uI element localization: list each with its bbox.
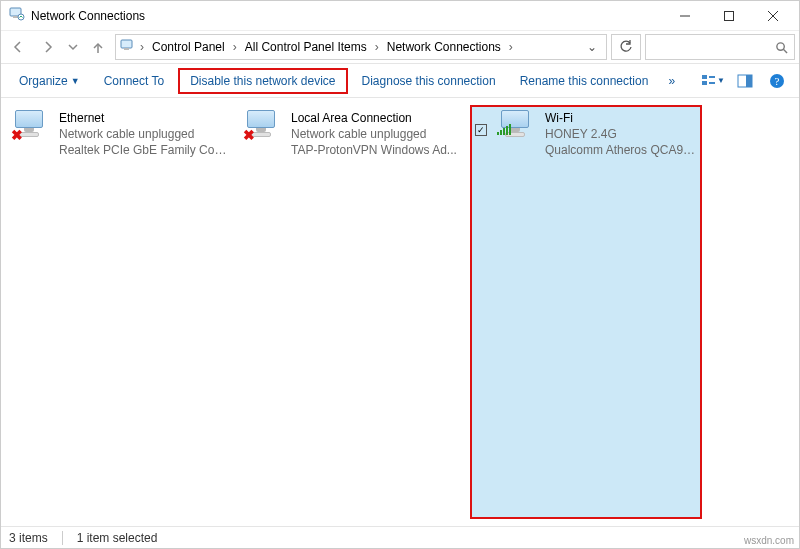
organize-button[interactable]: Organize ▼ — [9, 70, 90, 92]
breadcrumb-control-panel[interactable]: Control Panel — [148, 38, 229, 56]
help-button[interactable]: ? — [763, 70, 791, 92]
selection-checkbox[interactable]: ✓ — [475, 124, 487, 136]
connection-device: Realtek PCIe GbE Family Cont... — [59, 142, 233, 158]
connection-status: Network cable unplugged — [291, 126, 465, 142]
chevron-right-icon[interactable]: › — [231, 40, 239, 54]
location-icon — [120, 38, 136, 57]
refresh-button[interactable] — [611, 34, 641, 60]
rename-button[interactable]: Rename this connection — [510, 70, 659, 92]
status-bar: 3 items 1 item selected — [1, 526, 799, 548]
svg-rect-12 — [702, 75, 707, 79]
search-input[interactable] — [645, 34, 795, 60]
connection-name: Ethernet — [59, 110, 233, 126]
connection-name: Local Area Connection — [291, 110, 465, 126]
disconnected-icon: ✖ — [243, 126, 257, 140]
more-commands-button[interactable]: » — [662, 70, 681, 92]
svg-rect-1 — [13, 16, 18, 18]
network-adapter-icon — [499, 110, 535, 138]
recent-locations-button[interactable] — [65, 34, 81, 60]
chevron-down-icon: ▼ — [71, 76, 80, 86]
connection-status: HONEY 2.4G — [545, 126, 697, 142]
address-bar-row: › Control Panel › All Control Panel Item… — [1, 31, 799, 64]
diagnose-button[interactable]: Diagnose this connection — [352, 70, 506, 92]
connection-status: Network cable unplugged — [59, 126, 233, 142]
command-bar: Organize ▼ Connect To Disable this netwo… — [1, 64, 799, 98]
connection-item-wifi[interactable]: ✓ Wi-Fi HONEY 2.4G Qualcomm Atheros QCA9… — [471, 106, 701, 518]
close-button[interactable] — [751, 2, 795, 30]
svg-line-11 — [783, 49, 787, 53]
connection-device: Qualcomm Atheros QCA9377... — [545, 142, 697, 158]
chevron-right-icon[interactable]: › — [138, 40, 146, 54]
connections-list: ✖ Ethernet Network cable unplugged Realt… — [1, 98, 799, 526]
svg-rect-9 — [124, 48, 129, 50]
address-dropdown[interactable]: ⌄ — [582, 40, 602, 54]
selection-count: 1 item selected — [77, 531, 158, 545]
preview-pane-button[interactable] — [731, 70, 759, 92]
svg-rect-4 — [725, 11, 734, 20]
chevron-right-icon[interactable]: › — [373, 40, 381, 54]
app-icon — [9, 6, 25, 25]
watermark: wsxdn.com — [744, 535, 794, 546]
back-button[interactable] — [5, 34, 31, 60]
svg-text:?: ? — [775, 75, 780, 87]
connection-device: TAP-ProtonVPN Windows Ad... — [291, 142, 465, 158]
svg-rect-8 — [121, 40, 132, 48]
connection-item-ethernet[interactable]: ✖ Ethernet Network cable unplugged Realt… — [7, 106, 237, 518]
disconnected-icon: ✖ — [11, 126, 25, 140]
view-options-button[interactable]: ▼ — [699, 70, 727, 92]
window-title: Network Connections — [31, 9, 663, 23]
signal-bars-icon — [497, 124, 511, 135]
forward-button[interactable] — [35, 34, 61, 60]
disable-device-button[interactable]: Disable this network device — [178, 68, 347, 94]
network-adapter-icon: ✖ — [245, 110, 281, 138]
connect-to-button[interactable]: Connect To — [94, 70, 175, 92]
breadcrumb-all-items[interactable]: All Control Panel Items — [241, 38, 371, 56]
chevron-right-icon[interactable]: › — [507, 40, 515, 54]
svg-rect-13 — [702, 81, 707, 85]
network-adapter-icon: ✖ — [13, 110, 49, 138]
svg-rect-17 — [746, 75, 752, 87]
breadcrumb-network-connections[interactable]: Network Connections — [383, 38, 505, 56]
connection-item-local-area[interactable]: ✖ Local Area Connection Network cable un… — [239, 106, 469, 518]
address-bar[interactable]: › Control Panel › All Control Panel Item… — [115, 34, 607, 60]
maximize-button[interactable] — [707, 2, 751, 30]
connection-name: Wi-Fi — [545, 110, 697, 126]
titlebar: Network Connections — [1, 1, 799, 31]
svg-point-10 — [777, 42, 784, 49]
svg-point-2 — [18, 14, 24, 20]
up-button[interactable] — [85, 34, 111, 60]
item-count: 3 items — [9, 531, 48, 545]
minimize-button[interactable] — [663, 2, 707, 30]
